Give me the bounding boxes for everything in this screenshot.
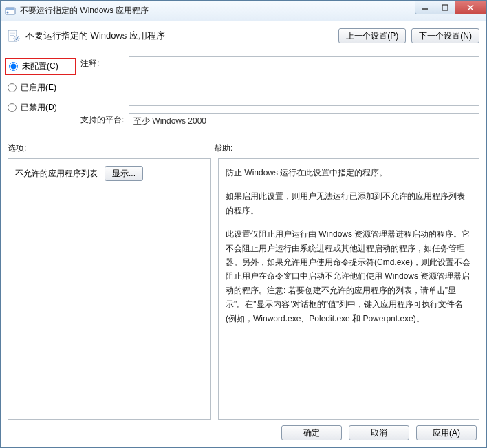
options-label: 选项: xyxy=(8,142,214,154)
radio-enabled-input[interactable] xyxy=(8,83,17,92)
header-row: 不要运行指定的 Windows 应用程序 上一个设置(P) 下一个设置(N) xyxy=(8,28,479,43)
help-label: 帮助: xyxy=(214,142,479,154)
help-p2: 如果启用此设置，则用户无法运行已添加到不允许的应用程序列表的程序。 xyxy=(226,189,472,217)
radio-disabled-input[interactable] xyxy=(8,103,17,112)
options-panel: 不允许的应用程序列表 显示... xyxy=(8,158,211,420)
divider xyxy=(8,52,479,52)
radio-not-configured-input[interactable] xyxy=(9,62,18,71)
client-area: 不要运行指定的 Windows 应用程序 上一个设置(P) 下一个设置(N) 未… xyxy=(1,21,486,447)
app-icon xyxy=(5,6,16,17)
platform-label: 支持的平台: xyxy=(80,113,129,126)
radio-disabled-label: 已禁用(D) xyxy=(21,102,57,114)
comment-label: 注释: xyxy=(80,56,129,70)
policy-icon xyxy=(8,30,20,42)
svg-rect-4 xyxy=(442,5,448,10)
help-p3: 此设置仅阻止用户运行由 Windows 资源管理器进程启动的程序。它不会阻止用户… xyxy=(226,227,472,326)
radio-group: 未配置(C) 已启用(E) 已禁用(D) xyxy=(8,56,74,129)
section-labels: 选项: 帮助: xyxy=(8,142,479,154)
radio-disabled[interactable]: 已禁用(D) xyxy=(8,102,74,114)
comment-textarea[interactable] xyxy=(129,56,479,106)
nav-buttons: 上一个设置(P) 下一个设置(N) xyxy=(338,28,479,43)
ok-button[interactable]: 确定 xyxy=(281,425,342,440)
header-left: 不要运行指定的 Windows 应用程序 xyxy=(8,30,165,42)
cancel-button[interactable]: 取消 xyxy=(349,425,409,440)
svg-rect-9 xyxy=(10,34,15,34)
help-panel: 防止 Windows 运行在此设置中指定的程序。 如果启用此设置，则用户无法运行… xyxy=(218,158,479,420)
radio-enabled-label: 已启用(E) xyxy=(21,82,56,94)
help-p1: 防止 Windows 运行在此设置中指定的程序。 xyxy=(226,166,472,180)
close-button[interactable] xyxy=(455,1,486,14)
right-column: 注释: 支持的平台: 至少 Windows 2000 xyxy=(80,56,479,129)
svg-rect-10 xyxy=(10,35,14,36)
panels-row: 不允许的应用程序列表 显示... 防止 Windows 运行在此设置中指定的程序… xyxy=(8,158,479,420)
minimize-button[interactable] xyxy=(415,1,435,14)
svg-rect-8 xyxy=(10,32,15,32)
radio-not-configured[interactable]: 未配置(C) xyxy=(5,58,76,75)
next-setting-button[interactable]: 下一个设置(N) xyxy=(411,28,479,43)
divider-2 xyxy=(8,138,479,138)
svg-point-2 xyxy=(7,11,9,13)
disallowed-list-label: 不允许的应用程序列表 xyxy=(15,168,98,180)
maximize-button[interactable] xyxy=(435,1,455,14)
policy-title: 不要运行指定的 Windows 应用程序 xyxy=(25,30,165,42)
radio-enabled[interactable]: 已启用(E) xyxy=(8,82,74,94)
options-line: 不允许的应用程序列表 显示... xyxy=(15,166,204,181)
window-title: 不要运行指定的 Windows 应用程序 xyxy=(20,5,149,17)
radio-not-configured-label: 未配置(C) xyxy=(22,61,58,72)
svg-rect-1 xyxy=(6,8,14,10)
show-button[interactable]: 显示... xyxy=(105,166,143,181)
titlebar: 不要运行指定的 Windows 应用程序 xyxy=(1,1,486,21)
dialog-buttons: 确定 取消 应用(A) xyxy=(8,420,479,440)
platform-value: 至少 Windows 2000 xyxy=(129,113,479,129)
comment-row: 注释: xyxy=(80,56,479,106)
apply-button[interactable]: 应用(A) xyxy=(416,425,477,440)
config-section: 未配置(C) 已启用(E) 已禁用(D) 注释: 支持的平台: xyxy=(8,56,479,129)
dialog-window: 不要运行指定的 Windows 应用程序 不要运行指定的 Windows 应用程… xyxy=(0,0,487,448)
window-controls xyxy=(415,1,486,14)
platform-row: 支持的平台: 至少 Windows 2000 xyxy=(80,113,479,129)
prev-setting-button[interactable]: 上一个设置(P) xyxy=(338,28,406,43)
